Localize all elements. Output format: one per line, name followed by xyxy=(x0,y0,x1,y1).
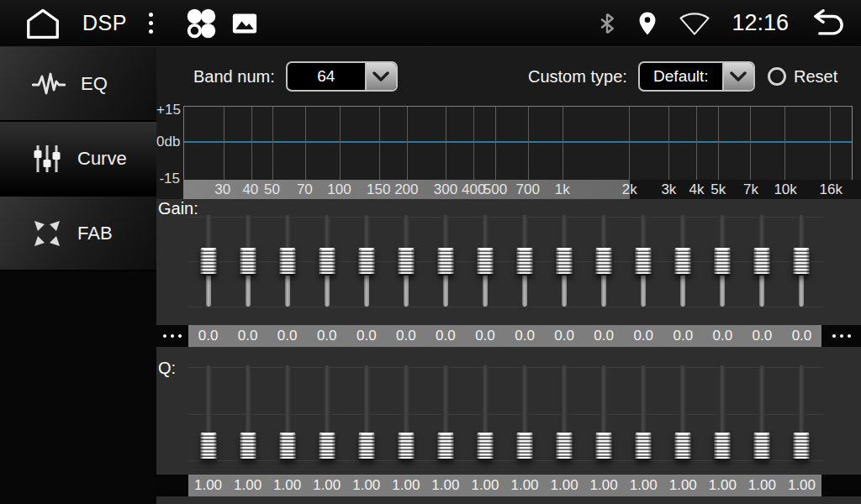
gain-slider[interactable] xyxy=(346,217,386,307)
q-value-cell: 1.00 xyxy=(188,475,228,496)
q-slider[interactable] xyxy=(386,367,425,460)
band-num-group: Band num: 64 xyxy=(193,60,398,92)
more-ellipsis-icon[interactable] xyxy=(821,325,861,347)
q-value-cell: 1.00 xyxy=(505,475,545,496)
slider-thumb[interactable] xyxy=(596,433,612,460)
home-icon[interactable] xyxy=(24,7,62,40)
sidebar-item-curve[interactable]: Curve xyxy=(0,122,156,197)
q-slider[interactable] xyxy=(228,367,267,460)
slider-thumb[interactable] xyxy=(596,248,612,276)
slider-thumb[interactable] xyxy=(754,433,770,460)
strip-corner xyxy=(821,475,861,496)
q-slider[interactable] xyxy=(782,367,821,460)
reset-radio[interactable] xyxy=(768,67,786,86)
gain-slider[interactable] xyxy=(307,217,346,307)
slider-thumb[interactable] xyxy=(279,433,295,460)
q-slider[interactable] xyxy=(307,367,346,460)
q-slider[interactable] xyxy=(425,367,465,460)
q-slider[interactable] xyxy=(267,367,307,460)
gain-slider[interactable] xyxy=(624,217,663,307)
custom-type-dropdown[interactable]: Default: xyxy=(638,61,755,92)
gain-value-cell: 0.0 xyxy=(663,325,703,347)
freq-tick-label: 40 xyxy=(242,180,258,199)
slider-thumb[interactable] xyxy=(398,433,414,460)
slider-thumb[interactable] xyxy=(517,248,533,276)
q-slider[interactable] xyxy=(742,367,782,460)
fab-arrows-icon xyxy=(32,218,62,249)
freq-gridline xyxy=(251,107,252,180)
gain-slider[interactable] xyxy=(584,217,624,307)
gain-slider[interactable] xyxy=(663,217,703,307)
slider-thumb[interactable] xyxy=(240,433,256,460)
overflow-menu-icon[interactable] xyxy=(149,13,153,34)
slider-thumb[interactable] xyxy=(319,433,335,460)
q-slider[interactable] xyxy=(703,367,742,460)
eq-plot[interactable] xyxy=(183,106,853,180)
band-num-dropdown[interactable]: 64 xyxy=(286,61,398,92)
chevron-down-icon[interactable] xyxy=(722,63,753,90)
status-bar-left: DSP xyxy=(0,6,257,41)
slider-thumb[interactable] xyxy=(437,248,453,276)
q-slider[interactable] xyxy=(465,367,504,460)
slider-thumb[interactable] xyxy=(715,248,731,276)
q-slider[interactable] xyxy=(624,367,663,460)
slider-thumb[interactable] xyxy=(358,433,374,460)
custom-type-label: Custom type: xyxy=(528,67,627,87)
gain-slider[interactable] xyxy=(267,217,307,307)
freq-tick-label: 3k xyxy=(661,180,676,199)
slider-thumb[interactable] xyxy=(319,248,335,276)
q-slider[interactable] xyxy=(663,367,703,460)
slider-thumb[interactable] xyxy=(279,248,295,276)
slider-thumb[interactable] xyxy=(794,433,810,460)
slider-thumb[interactable] xyxy=(715,433,731,460)
freq-tick-label: 500 xyxy=(483,180,507,199)
gain-slider[interactable] xyxy=(545,217,584,307)
slider-thumb[interactable] xyxy=(754,248,770,276)
slider-thumb[interactable] xyxy=(200,433,216,460)
gain-value-cell: 0.0 xyxy=(307,325,346,347)
slider-thumb[interactable] xyxy=(358,248,374,276)
slider-thumb[interactable] xyxy=(636,248,652,276)
q-slider[interactable] xyxy=(584,367,624,460)
slider-thumb[interactable] xyxy=(675,433,691,460)
sidebar-item-fab[interactable]: FAB xyxy=(0,197,156,271)
slider-thumb[interactable] xyxy=(557,248,573,276)
slider-thumb[interactable] xyxy=(200,248,216,276)
q-slider[interactable] xyxy=(505,367,545,460)
clover-apps-icon[interactable] xyxy=(183,6,219,41)
q-slider[interactable] xyxy=(188,367,228,460)
q-slider[interactable] xyxy=(346,367,386,460)
sidebar-item-eq[interactable]: EQ xyxy=(0,47,156,122)
slider-thumb[interactable] xyxy=(636,433,652,460)
slider-thumb[interactable] xyxy=(398,248,414,276)
back-return-icon[interactable] xyxy=(809,9,848,38)
slider-thumb[interactable] xyxy=(517,433,533,460)
more-ellipsis-icon[interactable] xyxy=(156,325,188,347)
q-value-strip: 1.001.001.001.001.001.001.001.001.001.00… xyxy=(156,475,861,496)
gain-slider[interactable] xyxy=(228,217,267,307)
slider-thumb[interactable] xyxy=(437,433,453,460)
chevron-down-icon[interactable] xyxy=(365,63,396,90)
slider-thumb[interactable] xyxy=(240,248,256,276)
gallery-icon[interactable] xyxy=(232,13,257,34)
gain-value-cell: 0.0 xyxy=(386,325,425,347)
freq-axis: 304050701001502003004005007001k2k3k4k5k7… xyxy=(183,180,861,199)
faders-icon xyxy=(32,144,62,174)
gain-slider[interactable] xyxy=(465,217,504,307)
slider-thumb[interactable] xyxy=(477,433,493,460)
gain-slider[interactable] xyxy=(782,217,821,307)
gain-slider[interactable] xyxy=(742,217,782,307)
freq-gridline xyxy=(340,107,341,180)
gain-slider[interactable] xyxy=(703,217,742,307)
gain-slider[interactable] xyxy=(425,217,465,307)
slider-thumb[interactable] xyxy=(794,248,810,276)
q-value-cell: 1.00 xyxy=(584,475,624,496)
gain-value-cell: 0.0 xyxy=(703,325,742,347)
slider-thumb[interactable] xyxy=(557,433,573,460)
slider-thumb[interactable] xyxy=(477,248,493,276)
gain-slider[interactable] xyxy=(505,217,545,307)
q-slider[interactable] xyxy=(545,367,584,460)
gain-slider[interactable] xyxy=(386,217,425,307)
slider-thumb[interactable] xyxy=(675,248,691,276)
gain-slider[interactable] xyxy=(188,217,228,307)
